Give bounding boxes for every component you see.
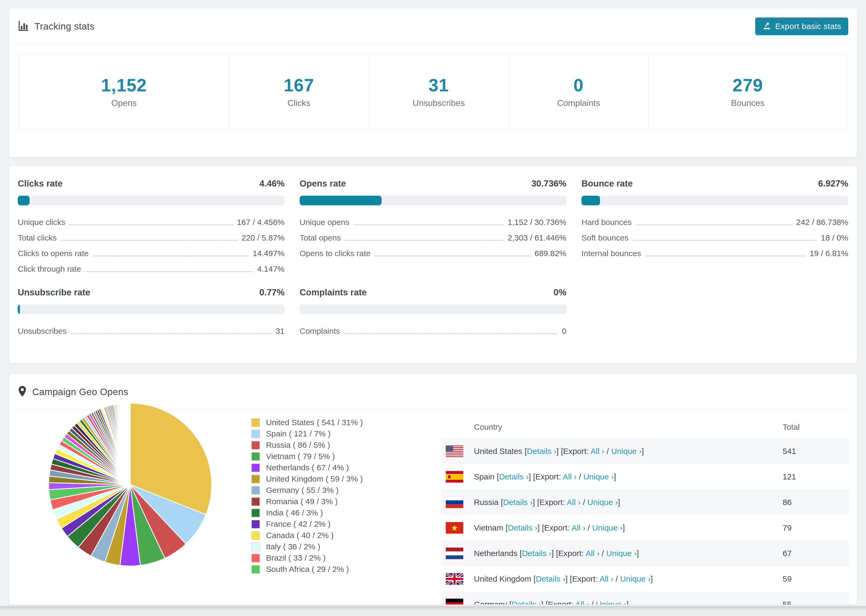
geo-opens-title: Campaign Geo Opens — [32, 387, 128, 397]
country-total: 541 — [769, 447, 844, 456]
legend-item-germany: Germany ( 55 / 3% ) — [251, 485, 363, 496]
details-link[interactable]: Details › — [536, 574, 565, 583]
legend-item-romania: Romania ( 49 / 3% ) — [251, 496, 363, 507]
legend-item-united-states: United States ( 541 / 31% ) — [251, 417, 363, 428]
rate-value: 30.736% — [531, 178, 567, 189]
legend-swatch — [251, 464, 260, 472]
rates-card: Clicks rate4.46%Unique clicks167 / 4.456… — [9, 166, 857, 363]
progress-bar — [299, 196, 567, 205]
progress-fill — [18, 305, 20, 314]
legend-item-vietnam: Vietnam ( 79 / 5% ) — [251, 451, 363, 462]
page-scrollbar[interactable] — [858, 0, 866, 606]
export-unique-link[interactable]: Unique › — [592, 523, 623, 532]
stat-line-complaints: Complaints0 — [299, 323, 567, 339]
details-link[interactable]: Details › — [527, 447, 556, 456]
rate-value: 0.77% — [259, 287, 285, 298]
stat-line-internal-bounces: Internal bounces19 / 6.81% — [581, 246, 848, 261]
legend-label: Canada ( 40 / 2% ) — [266, 531, 334, 540]
export-unique-link[interactable]: Unique › — [611, 447, 641, 456]
export-all-link[interactable]: All › — [575, 600, 589, 605]
geo-table-row-vietnam: Vietnam [Details ›] [Export: All › / Uni… — [441, 515, 849, 541]
stat-line-label: Internal bounces — [581, 249, 641, 258]
geo-table-row-united-states: United States [Details ›] [Export: All ›… — [441, 438, 849, 464]
stat-value: 31 — [429, 75, 449, 96]
details-link[interactable]: Details › — [522, 549, 551, 558]
flag-nl-icon — [446, 547, 474, 559]
details-link[interactable]: Details › — [499, 472, 529, 481]
stat-line-value: 2,303 / 61.446% — [507, 233, 567, 242]
country-name: Russia — [474, 498, 501, 507]
legend-item-spain: Spain ( 121 / 7% ) — [251, 428, 363, 439]
export-unique-link[interactable]: Unique › — [596, 600, 627, 605]
column-header-country: Country — [474, 423, 769, 432]
details-link[interactable]: Details › — [508, 523, 537, 532]
stat-line-label: Unique opens — [299, 218, 350, 227]
legend-swatch — [251, 486, 260, 495]
dotted-leader — [85, 271, 253, 272]
export-all-link[interactable]: All › — [567, 498, 581, 507]
page-bottom-band — [0, 606, 866, 616]
legend-label: Netherlands ( 67 / 4% ) — [266, 463, 349, 472]
export-basic-stats-button[interactable]: Export basic stats — [755, 17, 848, 35]
legend-item-russia: Russia ( 86 / 5% ) — [251, 439, 363, 451]
country-total: 59 — [769, 574, 844, 583]
details-link[interactable]: Details › — [503, 498, 532, 507]
stat-line-label: Clicks to opens rate — [18, 249, 88, 258]
export-unique-link[interactable]: Unique › — [606, 549, 636, 558]
details-link[interactable]: Details › — [512, 600, 541, 605]
legend-label: India ( 46 / 3% ) — [266, 508, 323, 517]
tracking-stats-card: Tracking stats Export basic stats — [9, 8, 857, 157]
legend-label: France ( 42 / 2% ) — [266, 520, 331, 529]
country-total: 86 — [769, 498, 844, 507]
country-total: 55 — [769, 600, 844, 605]
legend-swatch — [251, 509, 260, 517]
rate-value: 4.46% — [259, 178, 285, 189]
legend-swatch — [251, 418, 260, 427]
legend-label: Spain ( 121 / 7% ) — [266, 429, 331, 438]
export-all-link[interactable]: All › — [590, 447, 605, 456]
geo-opens-card: Campaign Geo Opens United States ( 541 /… — [9, 374, 857, 605]
progress-bar — [18, 196, 285, 205]
legend-item-italy: Italy ( 36 / 2% ) — [251, 541, 363, 552]
export-all-link[interactable]: All › — [572, 523, 586, 532]
export-unique-link[interactable]: Unique › — [587, 498, 618, 507]
geo-table-header-row: CountryTotal — [441, 415, 849, 438]
export-unique-link[interactable]: Unique › — [620, 574, 650, 583]
country-name: Vietnam — [474, 523, 505, 532]
legend-label: South Africa ( 29 / 2% ) — [266, 565, 349, 574]
stat-value: 0 — [573, 75, 584, 96]
tracking-stats-header: Tracking stats Export basic stats — [9, 8, 857, 44]
flag-ru-icon — [446, 497, 474, 508]
stat-line-value: 4.147% — [257, 264, 285, 273]
legend-swatch — [251, 429, 260, 438]
export-all-link[interactable]: All › — [563, 472, 576, 481]
rate-block-opens-rate: Opens rate30.736%Unique opens1,152 / 30.… — [299, 178, 567, 277]
geo-opens-table: CountryTotalUnited States [Details ›] [E… — [441, 415, 849, 605]
export-all-link[interactable]: All › — [600, 574, 614, 583]
export-unique-link[interactable]: Unique › — [583, 472, 614, 481]
rate-block-bounce-rate: Bounce rate6.927%Hard bounces242 / 86.73… — [581, 178, 848, 277]
stat-line-label: Total opens — [299, 233, 341, 242]
export-all-link[interactable]: All › — [586, 549, 600, 558]
stat-line-label: Hard bounces — [581, 218, 632, 227]
legend-label: Germany ( 55 / 3% ) — [266, 486, 339, 495]
flag-de-icon — [446, 599, 474, 605]
dotted-leader — [93, 256, 248, 256]
progress-bar — [18, 305, 285, 314]
stat-line-label: Complaints — [299, 327, 340, 336]
stat-line-label: Unsubscribes — [18, 327, 67, 336]
stat-line-value: 19 / 6.81% — [810, 249, 848, 258]
progress-fill — [299, 196, 382, 205]
legend-label: Brazil ( 33 / 2% ) — [266, 553, 326, 563]
stat-label: Clicks — [288, 98, 310, 108]
country-name: Spain — [474, 472, 497, 481]
dotted-leader — [61, 240, 237, 241]
rate-title: Opens rate — [299, 178, 346, 189]
stat-line-value: 14.497% — [253, 249, 285, 258]
stat-line-label: Unique clicks — [18, 218, 65, 227]
stat-line-value: 167 / 4.456% — [237, 218, 285, 227]
dotted-leader — [70, 225, 233, 225]
stat-box-complaints: 0Complaints — [509, 54, 649, 129]
dotted-leader — [344, 333, 557, 334]
legend-label: United Kingdom ( 59 / 3% ) — [266, 475, 363, 484]
